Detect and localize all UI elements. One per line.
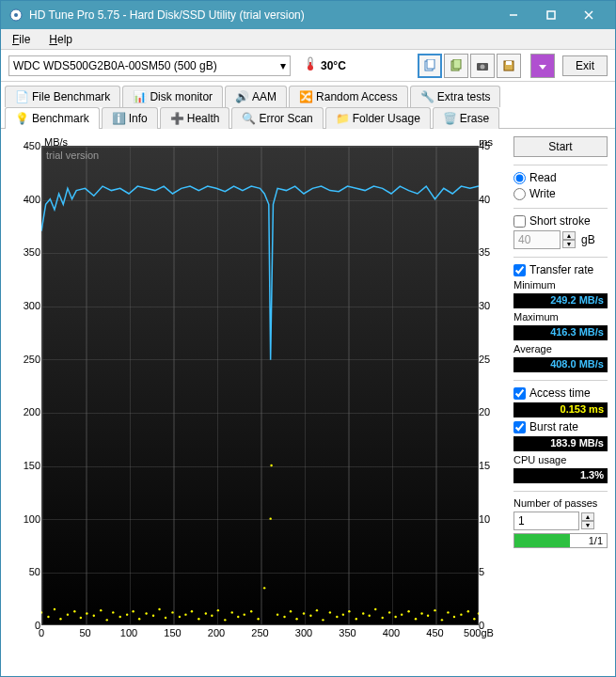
svg-point-30 [126, 613, 128, 615]
drive-select[interactable]: WDC WDS500G2B0A-00SM50 (500 gB) ▾ [8, 55, 291, 76]
ytick-left: 400 [18, 194, 40, 205]
copy-info-button[interactable] [418, 54, 442, 78]
svg-point-1 [14, 13, 18, 17]
svg-point-41 [197, 618, 199, 620]
cpu-usage-label: CPU usage [513, 454, 608, 465]
menu-file[interactable]: File [5, 31, 38, 48]
xtick: 100 [120, 627, 137, 638]
transfer-rate-check[interactable]: Transfer rate [513, 263, 608, 276]
passes-input[interactable] [513, 512, 579, 530]
svg-point-29 [119, 616, 121, 618]
svg-rect-12 [453, 59, 461, 69]
copy-screenshot-button[interactable] [444, 54, 468, 78]
xtick: 350 [339, 627, 355, 638]
xtick: 500gB [464, 627, 494, 638]
tab-icon: 💡 [15, 112, 28, 125]
svg-point-40 [191, 610, 193, 612]
menubar: File Help [1, 29, 615, 50]
chevron-down-icon: ▾ [280, 59, 286, 72]
minimize-button[interactable] [495, 2, 532, 28]
tab-icon: 🗑️ [443, 112, 456, 125]
svg-point-17 [41, 611, 42, 613]
screenshot-button[interactable] [470, 54, 495, 78]
tab-error-scan[interactable]: 🔍Error Scan [231, 107, 323, 129]
svg-point-53 [270, 464, 272, 466]
burst-rate-check[interactable]: Burst rate [513, 420, 608, 433]
svg-point-28 [112, 611, 114, 613]
svg-point-24 [86, 612, 87, 614]
svg-point-56 [290, 610, 292, 612]
tab-folder-usage[interactable]: 📁Folder Usage [325, 107, 431, 129]
svg-point-48 [244, 613, 245, 615]
short-stroke-spinner[interactable]: ▲▼ [562, 231, 576, 248]
short-stroke-check[interactable]: Short stroke [513, 214, 608, 228]
svg-point-44 [217, 609, 219, 611]
svg-point-80 [447, 611, 449, 613]
maximum-value: 416.3 MB/s [513, 325, 608, 340]
tab-disk-monitor[interactable]: 📊Disk monitor [122, 86, 223, 107]
xtick: 0 [39, 627, 44, 638]
ytick-left: 450 [18, 140, 40, 151]
passes-spinner[interactable]: ▲▼ [581, 512, 594, 529]
tab-erase[interactable]: 🗑️Erase [433, 107, 499, 129]
svg-point-76 [420, 612, 422, 614]
app-icon [8, 8, 24, 23]
average-value: 408.0 MB/s [513, 357, 608, 372]
write-radio[interactable]: Write [513, 187, 608, 200]
xtick: 400 [383, 627, 400, 638]
svg-point-46 [231, 611, 233, 613]
tab-file-benchmark[interactable]: 📄File Benchmark [5, 86, 120, 107]
menu-help[interactable]: Help [41, 31, 80, 48]
maximum-label: Maximum [513, 311, 608, 323]
svg-point-82 [460, 613, 462, 615]
svg-point-57 [295, 618, 297, 620]
tab-health[interactable]: ➕Health [160, 107, 230, 129]
svg-point-60 [316, 609, 318, 611]
short-stroke-unit: gB [581, 233, 595, 246]
xtick: 450 [426, 627, 443, 638]
save-button[interactable] [497, 54, 521, 78]
short-stroke-input[interactable] [513, 230, 561, 249]
tab-aam[interactable]: 🔊AAM [225, 86, 287, 107]
svg-point-39 [184, 613, 186, 615]
minimum-label: Minimum [513, 279, 608, 291]
tab-icon: ➕ [170, 112, 183, 125]
close-button[interactable] [570, 2, 608, 28]
svg-point-61 [322, 619, 324, 621]
svg-rect-8 [309, 62, 311, 68]
start-button[interactable]: Start [513, 136, 608, 157]
thermometer-icon [304, 56, 317, 74]
xtick: 250 [251, 627, 268, 638]
side-panel: Start Read Write Short stroke ▲▼ gB Tran… [513, 136, 608, 644]
tab-benchmark[interactable]: 💡Benchmark [5, 107, 100, 129]
svg-point-79 [441, 619, 443, 621]
svg-point-51 [263, 587, 265, 589]
tab-icon: 📄 [15, 90, 28, 103]
svg-point-34 [152, 615, 154, 617]
svg-point-52 [269, 517, 271, 519]
svg-point-69 [374, 608, 376, 610]
tab-random-access[interactable]: 🔀Random Access [289, 86, 408, 107]
window-title: HD Tune Pro 5.75 - Hard Disk/SSD Utility… [29, 8, 495, 22]
svg-rect-3 [547, 11, 555, 19]
svg-point-81 [453, 616, 455, 618]
svg-point-36 [165, 617, 166, 619]
exit-button[interactable]: Exit [562, 55, 608, 76]
access-time-check[interactable]: Access time [513, 386, 608, 400]
tab-info[interactable]: ℹ️Info [102, 107, 158, 129]
svg-point-77 [427, 615, 429, 617]
read-radio[interactable]: Read [513, 171, 608, 184]
svg-point-67 [362, 612, 364, 614]
svg-point-14 [481, 64, 485, 69]
tab-icon: 🔊 [235, 90, 248, 103]
maximize-button[interactable] [532, 2, 570, 28]
svg-point-49 [250, 610, 252, 612]
ytick-right: 5 [479, 566, 498, 577]
chart-series [41, 146, 479, 625]
progress-bar: 1/1 [513, 533, 608, 548]
ytick-left: 300 [18, 300, 40, 311]
svg-point-18 [47, 616, 49, 618]
options-button[interactable] [530, 54, 555, 78]
tab-extra-tests[interactable]: 🔧Extra tests [410, 86, 501, 107]
xtick: 200 [208, 627, 225, 638]
